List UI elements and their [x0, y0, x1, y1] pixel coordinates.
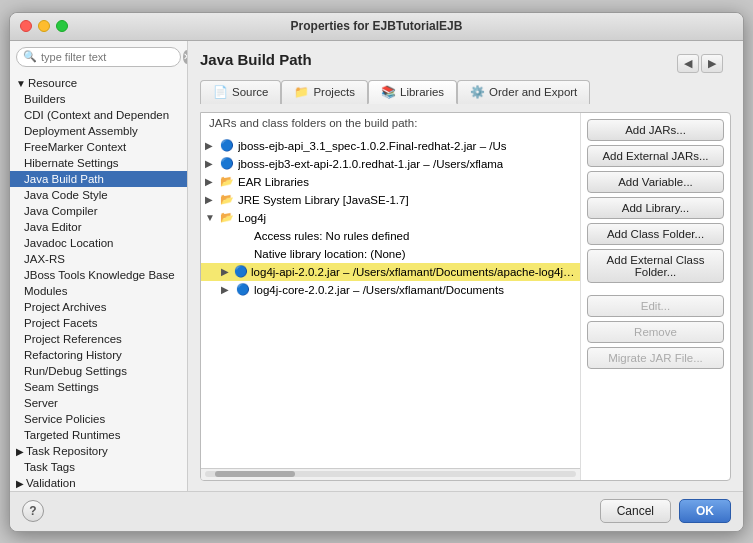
sidebar-item-validation[interactable]: ▶ Validation	[10, 475, 187, 491]
search-icon: 🔍	[23, 50, 37, 63]
sidebar-item-run-debug[interactable]: Run/Debug Settings	[10, 363, 187, 379]
sidebar-item-modules[interactable]: Modules	[10, 283, 187, 299]
sidebar-item-targeted-runtimes[interactable]: Targeted Runtimes	[10, 427, 187, 443]
sidebar-label: Java Compiler	[24, 205, 98, 217]
sidebar-item-cdi[interactable]: CDI (Context and Dependen	[10, 107, 187, 123]
main-panel: Java Build Path ◀ ▶ 📄Source📁Projects📚Lib…	[188, 41, 743, 491]
edit-button: Edit...	[587, 295, 724, 317]
sidebar-item-deployment[interactable]: Deployment Assembly	[10, 123, 187, 139]
tab-label: Source	[232, 86, 268, 98]
sidebar-label: Hibernate Settings	[24, 157, 119, 169]
sidebar-item-task-repository[interactable]: ▶ Task Repository	[10, 443, 187, 459]
tree-label-text: EAR Libraries	[238, 176, 309, 188]
sidebar-item-java-build-path[interactable]: Java Build Path	[10, 171, 187, 187]
tab-label: Projects	[313, 86, 355, 98]
sidebar-item-task-tags[interactable]: Task Tags	[10, 459, 187, 475]
traffic-lights	[20, 20, 68, 32]
page-title: Java Build Path	[200, 51, 312, 68]
tree-label-text: Log4j	[238, 212, 266, 224]
tab-libraries[interactable]: 📚Libraries	[368, 80, 457, 104]
tab-source[interactable]: 📄Source	[200, 80, 281, 104]
ok-button[interactable]: OK	[679, 499, 731, 523]
sidebar-item-javadoc[interactable]: Javadoc Location	[10, 235, 187, 251]
tab-icon: ⚙️	[470, 85, 485, 99]
sidebar-label: Task Repository	[26, 445, 108, 457]
bottom-bar: ? Cancel OK	[10, 491, 743, 531]
sidebar-label: Javadoc Location	[24, 237, 114, 249]
scrollbar[interactable]	[201, 468, 580, 480]
sidebar-item-service-policies[interactable]: Service Policies	[10, 411, 187, 427]
expand-arrow: ▶	[16, 446, 24, 457]
nav-back-button[interactable]: ◀	[677, 54, 699, 73]
search-box[interactable]: 🔍 ✕	[16, 47, 181, 67]
add-external-jars-button[interactable]: Add External JARs...	[587, 145, 724, 167]
tree-icon: 🔵	[235, 283, 251, 297]
tabs: 📄Source📁Projects📚Libraries⚙️Order and Ex…	[200, 80, 731, 104]
sidebar-item-project-archives[interactable]: Project Archives	[10, 299, 187, 315]
close-button[interactable]	[20, 20, 32, 32]
add-class-folder-button[interactable]: Add Class Folder...	[587, 223, 724, 245]
sidebar-label: Project Facets	[24, 317, 98, 329]
cancel-button[interactable]: Cancel	[600, 499, 671, 523]
tree-icon: 🔵	[219, 139, 235, 153]
expand-arrow: ▼	[16, 78, 26, 89]
tree-item-log4j-api[interactable]: ▶🔵log4j-api-2.0.2.jar – /Users/xflamant/…	[201, 263, 580, 281]
sidebar-item-project-facets[interactable]: Project Facets	[10, 315, 187, 331]
content-area: 🔍 ✕ ▼ ResourceBuildersCDI (Context and D…	[10, 41, 743, 491]
sidebar-label: Java Build Path	[24, 173, 104, 185]
tree-item-access-rules[interactable]: Access rules: No rules defined	[201, 227, 580, 245]
content-panel: JARs and class folders on the build path…	[200, 112, 731, 481]
tree-item-ear-libraries[interactable]: ▶📂EAR Libraries	[201, 173, 580, 191]
sidebar-item-jboss-tools[interactable]: JBoss Tools Knowledge Base	[10, 267, 187, 283]
sidebar-item-project-references[interactable]: Project References	[10, 331, 187, 347]
tree-arrow: ▼	[205, 212, 219, 223]
sidebar-item-jax-rs[interactable]: JAX-RS	[10, 251, 187, 267]
scrollbar-thumb	[215, 471, 295, 477]
buttons-area: Add JARs...Add External JARs...Add Varia…	[580, 113, 730, 480]
sidebar-item-java-editor[interactable]: Java Editor	[10, 219, 187, 235]
tree-label-text: log4j-core-2.0.2.jar – /Users/xflamant/D…	[254, 284, 504, 296]
maximize-button[interactable]	[56, 20, 68, 32]
tree-item-log4j-core[interactable]: ▶🔵log4j-core-2.0.2.jar – /Users/xflamant…	[201, 281, 580, 299]
tree-icon: 📂	[219, 211, 235, 225]
nav-forward-button[interactable]: ▶	[701, 54, 723, 73]
tab-icon: 📁	[294, 85, 309, 99]
sidebar-item-java-code-style[interactable]: Java Code Style	[10, 187, 187, 203]
add-variable-button[interactable]: Add Variable...	[587, 171, 724, 193]
minimize-button[interactable]	[38, 20, 50, 32]
sidebar-item-seam[interactable]: Seam Settings	[10, 379, 187, 395]
sidebar-label: Modules	[24, 285, 67, 297]
tree-arrow: ▶	[205, 176, 219, 187]
tab-projects[interactable]: 📁Projects	[281, 80, 368, 104]
scrollbar-track	[205, 471, 576, 477]
sidebar-item-resource[interactable]: ▼ Resource	[10, 75, 187, 91]
tree-arrow: ▶	[205, 194, 219, 205]
add-external-class-folder-button[interactable]: Add External Class Folder...	[587, 249, 724, 283]
tree-item-log4j[interactable]: ▼📂Log4j	[201, 209, 580, 227]
sidebar-label: Run/Debug Settings	[24, 365, 127, 377]
tree-item-jboss-ejb-api[interactable]: ▶🔵jboss-ejb-api_3.1_spec-1.0.2.Final-red…	[201, 137, 580, 155]
search-input[interactable]	[41, 51, 179, 63]
nav-arrows: ◀ ▶	[677, 54, 723, 73]
tree-label-text: Access rules: No rules defined	[254, 230, 409, 242]
tree-item-jboss-ejb3-ext[interactable]: ▶🔵jboss-ejb3-ext-api-2.1.0.redhat-1.jar …	[201, 155, 580, 173]
sidebar-label: CDI (Context and Dependen	[24, 109, 169, 121]
expand-arrow: ▶	[16, 478, 24, 489]
sidebar-label: JAX-RS	[24, 253, 65, 265]
sidebar-item-hibernate[interactable]: Hibernate Settings	[10, 155, 187, 171]
tree-item-jre-system[interactable]: ▶📂JRE System Library [JavaSE-1.7]	[201, 191, 580, 209]
sidebar-item-freemarker[interactable]: FreeMarker Context	[10, 139, 187, 155]
sidebar-item-refactoring[interactable]: Refactoring History	[10, 347, 187, 363]
sidebar-label: Project References	[24, 333, 122, 345]
add-library-button[interactable]: Add Library...	[587, 197, 724, 219]
tab-order-export[interactable]: ⚙️Order and Export	[457, 80, 590, 104]
sidebar-item-server[interactable]: Server	[10, 395, 187, 411]
tree-item-native-lib[interactable]: Native library location: (None)	[201, 245, 580, 263]
sidebar-item-builders[interactable]: Builders	[10, 91, 187, 107]
tab-label: Libraries	[400, 86, 444, 98]
sidebar-item-java-compiler[interactable]: Java Compiler	[10, 203, 187, 219]
sidebar-list: ▼ ResourceBuildersCDI (Context and Depen…	[10, 73, 187, 491]
tree-label-text: log4j-api-2.0.2.jar – /Users/xflamant/Do…	[251, 266, 576, 278]
help-button[interactable]: ?	[22, 500, 44, 522]
add-jars-button[interactable]: Add JARs...	[587, 119, 724, 141]
